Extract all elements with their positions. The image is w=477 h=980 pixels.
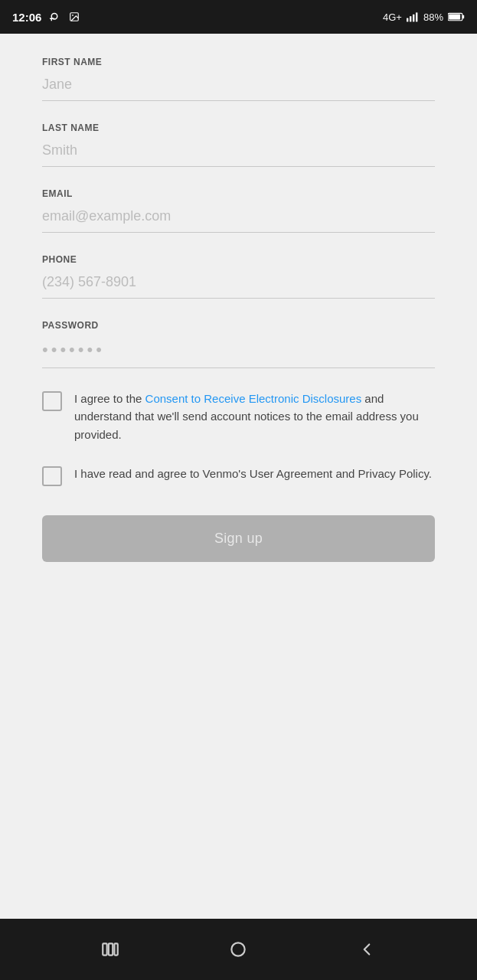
user-agreement-text: I have read and agree to Venmo's User Ag…: [74, 465, 432, 482]
svg-rect-5: [416, 12, 417, 21]
first-name-group: FIRST NAME: [42, 57, 435, 101]
key-icon: [47, 11, 61, 22]
svg-rect-2: [407, 18, 408, 22]
last-name-input[interactable]: [42, 138, 435, 167]
status-left: 12:06: [12, 11, 81, 24]
back-icon: [357, 939, 377, 959]
email-group: EMAIL: [42, 188, 435, 233]
recents-icon: [100, 939, 120, 959]
status-right: 4G+ 88%: [383, 11, 465, 23]
status-bar: 12:06 4G+ 88%: [0, 0, 477, 34]
battery-text: 88%: [423, 11, 443, 23]
nav-bar: [0, 919, 477, 980]
consent-link[interactable]: Consent to Receive Electronic Disclosure…: [145, 392, 362, 405]
battery-icon: [448, 12, 465, 21]
signal-icon: [407, 11, 419, 22]
svg-rect-11: [114, 943, 117, 955]
consent-checkbox[interactable]: [42, 391, 62, 411]
svg-rect-12: [232, 942, 245, 956]
svg-rect-3: [410, 16, 411, 21]
last-name-label: LAST NAME: [42, 122, 435, 133]
signal-type: 4G+: [383, 11, 402, 23]
first-name-input[interactable]: [42, 72, 435, 101]
consent-agreement-text: I agree to the Consent to Receive Electr…: [74, 390, 435, 443]
password-input[interactable]: [42, 335, 435, 368]
email-input[interactable]: [42, 204, 435, 233]
registration-form: FIRST NAME LAST NAME EMAIL PHONE PASSWOR…: [0, 34, 477, 919]
svg-rect-9: [103, 943, 106, 955]
svg-rect-10: [109, 943, 113, 955]
password-label: PASSWORD: [42, 320, 435, 331]
password-group: PASSWORD: [42, 320, 435, 368]
signup-button[interactable]: Sign up: [42, 515, 435, 562]
user-agreement-checkbox[interactable]: [42, 466, 62, 486]
user-agreement-item: I have read and agree to Venmo's User Ag…: [42, 465, 435, 486]
email-label: EMAIL: [42, 188, 435, 199]
last-name-group: LAST NAME: [42, 122, 435, 167]
nav-home-button[interactable]: [228, 939, 248, 959]
first-name-label: FIRST NAME: [42, 57, 435, 67]
consent-agreement-item: I agree to the Consent to Receive Electr…: [42, 390, 435, 443]
svg-rect-8: [449, 14, 460, 19]
home-icon: [228, 939, 248, 959]
svg-point-1: [72, 15, 74, 16]
nav-recents-button[interactable]: [100, 939, 120, 959]
nav-back-button[interactable]: [357, 939, 377, 959]
phone-input[interactable]: [42, 270, 435, 299]
agreements-section: I agree to the Consent to Receive Electr…: [42, 390, 435, 562]
status-time: 12:06: [12, 11, 41, 24]
svg-rect-7: [462, 15, 464, 19]
image-icon: [67, 11, 81, 22]
svg-rect-4: [413, 15, 414, 22]
phone-label: PHONE: [42, 254, 435, 265]
phone-group: PHONE: [42, 254, 435, 299]
